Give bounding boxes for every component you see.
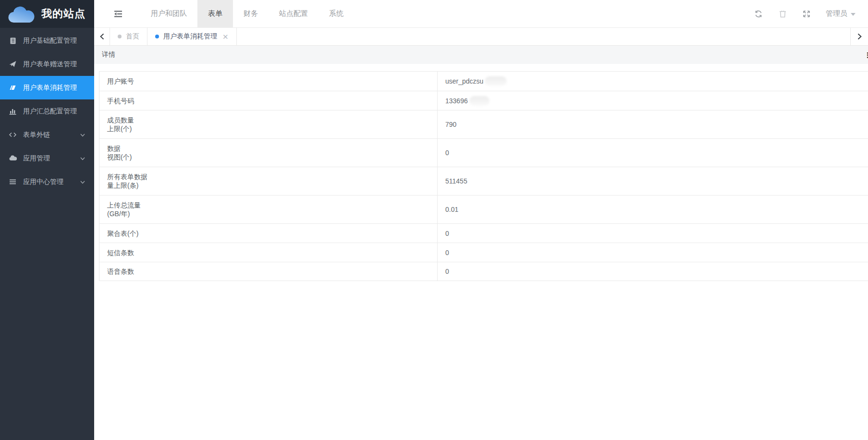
- chevron-down-icon: [851, 13, 856, 16]
- book-icon: [9, 37, 17, 45]
- sidebar-item-form-external-link[interactable]: 表单外链: [0, 123, 94, 147]
- sidebar-item-label: 应用中心管理: [23, 178, 80, 186]
- row-value: 133696: [438, 91, 868, 110]
- row-label: 所有表单数据量上限(条): [99, 167, 438, 195]
- top-nav: 用户和团队 表单 财务 站点配置 系统 管理员: [94, 0, 868, 28]
- row-label: 语音条数: [99, 262, 438, 281]
- sidebar-item-app-management[interactable]: 应用管理: [0, 147, 94, 170]
- refresh-icon[interactable]: [754, 9, 763, 19]
- nav-item-site-config[interactable]: 站点配置: [269, 0, 318, 27]
- tab-label: 首页: [126, 32, 139, 41]
- sidebar-item-user-basic-config[interactable]: 用户基础配置管理: [0, 29, 94, 52]
- row-label: 手机号码: [99, 91, 438, 110]
- code-icon: [9, 131, 17, 139]
- main-area: 用户和团队 表单 财务 站点配置 系统 管理员: [94, 0, 868, 440]
- site-logo[interactable]: 我的站点: [0, 0, 94, 28]
- tab-label: 用户表单消耗管理: [163, 32, 217, 41]
- row-value: 0: [438, 243, 868, 262]
- fullscreen-icon[interactable]: [802, 9, 811, 19]
- tab-status-dot: [155, 35, 159, 38]
- row-label: 成员数量上限(个): [99, 110, 438, 138]
- row-label: 用户账号: [99, 72, 438, 91]
- tab-home[interactable]: 首页: [110, 28, 147, 45]
- chevron-down-icon: [80, 156, 86, 161]
- table-row: 聚合表(个) 0: [99, 224, 868, 243]
- more-vertical-icon[interactable]: ⋮: [864, 51, 868, 59]
- sidebar: 我的站点 用户基础配置管理 用户表单赠送管理 用户表单消耗管理 用户汇总配置管: [0, 0, 94, 440]
- nav-item-system[interactable]: 系统: [318, 0, 354, 27]
- row-value: 0: [438, 139, 868, 167]
- row-value: 0: [438, 262, 868, 281]
- detail-header: 详情 ⋮: [94, 46, 868, 64]
- tabs-scroll-left-icon[interactable]: [94, 28, 110, 45]
- row-label: 短信条数: [99, 243, 438, 262]
- sidebar-item-label: 应用管理: [23, 154, 80, 163]
- admin-user-menu[interactable]: 管理员: [826, 9, 856, 18]
- redacted-blur: [469, 96, 489, 106]
- bar-chart-icon: [9, 107, 17, 115]
- detail-title: 详情: [102, 50, 115, 59]
- tab-strip: 首页 用户表单消耗管理 ✕: [94, 28, 868, 46]
- nav-item-finance[interactable]: 财务: [233, 0, 269, 27]
- sidebar-menu: 用户基础配置管理 用户表单赠送管理 用户表单消耗管理 用户汇总配置管理 表单外链: [0, 28, 94, 194]
- tab-close-icon[interactable]: ✕: [222, 33, 229, 40]
- sidebar-item-user-form-gift[interactable]: 用户表单赠送管理: [0, 52, 94, 76]
- list-icon: [9, 178, 17, 186]
- chevron-down-icon: [80, 179, 86, 185]
- table-row: 上传总流量(GB/年) 0.01: [99, 196, 868, 224]
- chevron-down-icon: [80, 132, 86, 138]
- row-label: 上传总流量(GB/年): [99, 196, 438, 223]
- sidebar-item-user-form-consume[interactable]: 用户表单消耗管理: [0, 76, 94, 99]
- table-row: 所有表单数据量上限(条) 511455: [99, 167, 868, 196]
- sidebar-item-label: 用户基础配置管理: [23, 37, 86, 45]
- row-value: 790: [438, 110, 868, 138]
- eraser-icon: [9, 84, 17, 92]
- sidebar-item-label: 表单外链: [23, 131, 80, 139]
- table-row: 短信条数 0: [99, 243, 868, 262]
- cloud-logo-icon: [7, 4, 35, 24]
- table-row: 用户账号 user_pdczsu: [99, 72, 868, 91]
- sidebar-collapse-icon[interactable]: [112, 8, 124, 20]
- sidebar-item-label: 用户表单消耗管理: [23, 84, 86, 92]
- tab-strip-spacer: [237, 28, 850, 45]
- redacted-blur: [485, 76, 507, 86]
- tabs-scroll-right-icon[interactable]: [850, 28, 868, 45]
- sidebar-item-app-center-management[interactable]: 应用中心管理: [0, 170, 94, 194]
- site-name: 我的站点: [41, 7, 86, 21]
- row-label: 聚合表(个): [99, 224, 438, 243]
- sidebar-item-label: 用户表单赠送管理: [23, 60, 86, 69]
- row-value: user_pdczsu: [438, 72, 868, 91]
- nav-item-forms[interactable]: 表单: [197, 0, 233, 27]
- row-value: 0.01: [438, 196, 868, 223]
- admin-user-label: 管理员: [826, 9, 847, 18]
- nav-item-users-teams[interactable]: 用户和团队: [140, 0, 197, 27]
- sidebar-item-label: 用户汇总配置管理: [23, 107, 86, 116]
- table-row: 手机号码 133696: [99, 91, 868, 110]
- table-row: 语音条数 0: [99, 262, 868, 281]
- trash-icon[interactable]: [778, 9, 787, 19]
- send-icon: [9, 60, 17, 68]
- row-label: 数据视图(个): [99, 139, 438, 167]
- row-value: 0: [438, 224, 868, 243]
- cloud-icon: [9, 154, 17, 162]
- tab-user-form-consume[interactable]: 用户表单消耗管理 ✕: [147, 28, 237, 45]
- table-row: 数据视图(个) 0: [99, 139, 868, 167]
- detail-table: 用户账号 user_pdczsu 手机号码 133696 成员数量上限(个) 7…: [99, 71, 868, 281]
- top-nav-items: 用户和团队 表单 财务 站点配置 系统: [140, 0, 354, 27]
- sidebar-item-user-summary-config[interactable]: 用户汇总配置管理: [0, 99, 94, 123]
- top-nav-tools: 管理员: [754, 9, 868, 19]
- row-value: 511455: [438, 167, 868, 195]
- table-row: 成员数量上限(个) 790: [99, 110, 868, 139]
- tab-status-dot: [118, 35, 122, 38]
